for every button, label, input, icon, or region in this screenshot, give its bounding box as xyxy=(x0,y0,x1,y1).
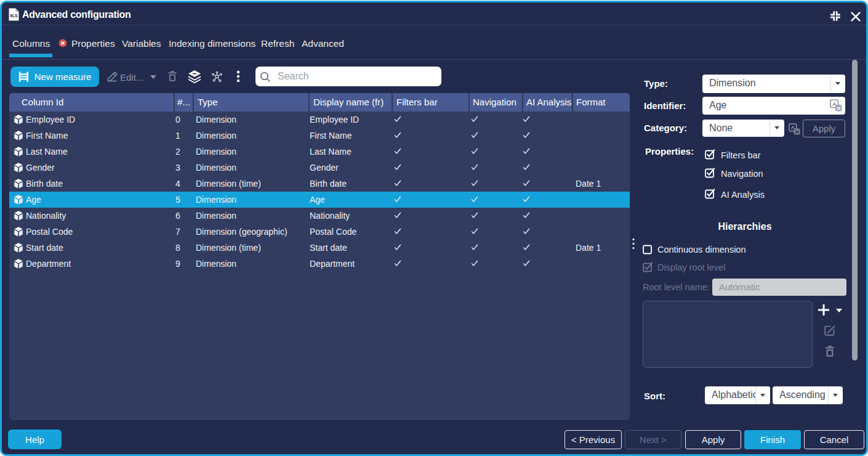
svg-text:XLS: XLS xyxy=(10,14,18,18)
